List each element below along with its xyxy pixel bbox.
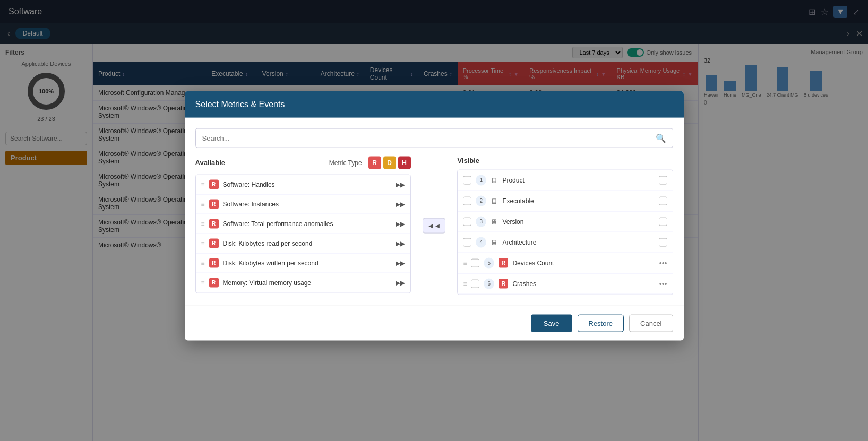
- search-icon: 🔍: [656, 133, 666, 143]
- modal-header: Select Metrics & Events: [185, 91, 684, 117]
- transfer-arrows: ◄◄: [419, 156, 449, 295]
- vis-checkbox[interactable]: [463, 217, 471, 226]
- drag-handle: ≡: [201, 200, 205, 207]
- vis-checkbox[interactable]: [659, 176, 667, 184]
- available-item[interactable]: ≡ R Software: Handles ▶▶: [196, 175, 410, 194]
- vis-checkbox[interactable]: [471, 258, 479, 267]
- restore-button[interactable]: Restore: [578, 314, 624, 332]
- move-right-icon[interactable]: ▶▶: [396, 259, 405, 266]
- visible-item[interactable]: 3 🖥 Version: [458, 211, 672, 232]
- more-options-icon[interactable]: •••: [659, 258, 667, 267]
- vis-num: 2: [476, 195, 486, 206]
- cancel-button[interactable]: Cancel: [629, 314, 673, 332]
- vis-checkbox[interactable]: [471, 279, 479, 288]
- modal-search-bar[interactable]: 🔍: [195, 128, 673, 148]
- save-button[interactable]: Save: [531, 314, 572, 332]
- available-title: Available: [195, 159, 226, 167]
- vis-drag-handle: ≡: [463, 280, 467, 287]
- vis-checkbox[interactable]: [463, 176, 471, 184]
- vis-label: Executable: [502, 197, 654, 204]
- item-badge: R: [209, 278, 219, 287]
- available-item[interactable]: ≡ R Memory: Virtual memory usage ▶▶: [196, 273, 410, 292]
- metric-type-label: Metric Type: [329, 159, 362, 166]
- visible-item[interactable]: 4 🖥 Architecture: [458, 232, 672, 253]
- select-metrics-modal: Select Metrics & Events 🔍 Available Metr…: [185, 91, 684, 340]
- vis-checkbox[interactable]: [659, 196, 667, 205]
- more-options-icon[interactable]: •••: [659, 279, 667, 288]
- vis-badge: R: [499, 279, 508, 288]
- move-right-icon[interactable]: ▶▶: [396, 200, 405, 207]
- available-item[interactable]: ≡ R Disk: Kilobytes written per second ▶…: [196, 253, 410, 273]
- badge-r[interactable]: R: [368, 156, 381, 169]
- vis-icon: 🖥: [491, 217, 498, 226]
- vis-badge: R: [499, 258, 508, 267]
- item-badge: R: [209, 199, 219, 209]
- vis-label: Version: [502, 218, 654, 225]
- badge-h[interactable]: H: [398, 156, 411, 169]
- vis-checkbox[interactable]: [659, 217, 667, 226]
- vis-icon: 🖥: [491, 238, 498, 246]
- visible-item[interactable]: ≡ 6 R Crashes •••: [458, 273, 672, 294]
- modal-title: Select Metrics & Events: [195, 99, 285, 108]
- item-label: Software: Instances: [223, 200, 391, 207]
- drag-handle: ≡: [201, 279, 205, 286]
- vis-label: Devices Count: [512, 259, 655, 266]
- item-label: Disk: Kilobytes written per second: [223, 259, 391, 266]
- vis-icon: 🖥: [491, 176, 498, 184]
- move-right-icon[interactable]: ▶▶: [396, 279, 405, 286]
- drag-handle: ≡: [201, 220, 205, 227]
- drag-handle: ≡: [201, 239, 205, 247]
- vis-drag-handle: ≡: [463, 259, 467, 266]
- visible-item[interactable]: ≡ 5 R Devices Count •••: [458, 253, 672, 273]
- item-label: Memory: Virtual memory usage: [223, 279, 391, 286]
- drag-handle: ≡: [201, 180, 205, 188]
- vis-checkbox[interactable]: [463, 238, 471, 246]
- modal-footer: Save Restore Cancel: [185, 305, 684, 340]
- vis-icon: 🖥: [491, 196, 498, 205]
- badge-o[interactable]: D: [383, 156, 396, 169]
- modal-search-input[interactable]: [202, 134, 651, 142]
- vis-num: 6: [484, 278, 494, 289]
- vis-label: Architecture: [502, 238, 654, 246]
- available-panel: Available Metric Type R D H ≡ R Software…: [195, 156, 411, 295]
- visible-title: Visible: [457, 156, 673, 164]
- item-badge: R: [209, 238, 219, 248]
- transfer-left-btn[interactable]: ◄◄: [423, 218, 446, 233]
- drag-handle: ≡: [201, 259, 205, 266]
- visible-panel: Visible 1 🖥 Product 2 🖥 Executable 3 🖥 V…: [457, 156, 673, 295]
- item-label: Software: Handles: [223, 180, 391, 188]
- available-item[interactable]: ≡ R Software: Instances ▶▶: [196, 194, 410, 214]
- item-label: Disk: Kilobytes read per second: [223, 239, 391, 247]
- vis-num: 1: [476, 175, 486, 185]
- item-badge: R: [209, 258, 219, 267]
- vis-label: Product: [502, 176, 654, 184]
- vis-checkbox[interactable]: [659, 238, 667, 246]
- vis-num: 3: [476, 216, 486, 227]
- vis-num: 5: [484, 257, 494, 268]
- move-right-icon[interactable]: ▶▶: [396, 180, 405, 188]
- available-item[interactable]: ≡ R Disk: Kilobytes read per second ▶▶: [196, 234, 410, 253]
- move-right-icon[interactable]: ▶▶: [396, 239, 405, 247]
- item-badge: R: [209, 219, 219, 228]
- vis-label: Crashes: [512, 280, 655, 287]
- vis-checkbox[interactable]: [463, 196, 471, 205]
- visible-item[interactable]: 2 🖥 Executable: [458, 191, 672, 211]
- item-badge: R: [209, 179, 219, 189]
- visible-item[interactable]: 1 🖥 Product: [458, 170, 672, 191]
- vis-num: 4: [476, 237, 486, 247]
- item-label: Software: Total performance anomalies: [223, 220, 391, 227]
- move-right-icon[interactable]: ▶▶: [396, 220, 405, 227]
- metric-type-icons: R D H: [368, 156, 411, 169]
- available-item[interactable]: ≡ R Software: Total performance anomalie…: [196, 214, 410, 234]
